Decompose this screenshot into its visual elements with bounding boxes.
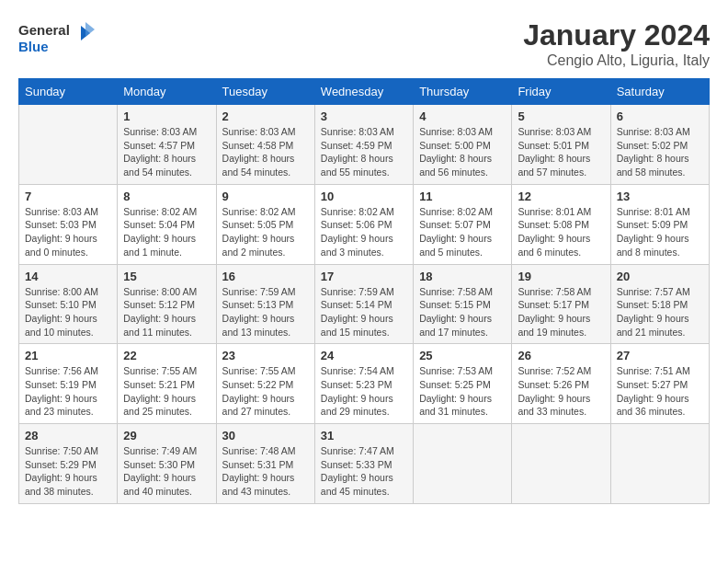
calendar-cell: 4Sunrise: 8:03 AMSunset: 5:00 PMDaylight… xyxy=(414,105,512,185)
day-number: 13 xyxy=(617,190,703,203)
day-number: 10 xyxy=(321,190,407,203)
calendar-cell: 17Sunrise: 7:59 AMSunset: 5:14 PMDayligh… xyxy=(314,264,413,344)
day-info: Sunrise: 7:58 AMSunset: 5:17 PMDaylight:… xyxy=(518,285,604,339)
day-number: 23 xyxy=(222,349,309,362)
day-number: 8 xyxy=(123,190,210,203)
calendar-cell: 31Sunrise: 7:47 AMSunset: 5:33 PMDayligh… xyxy=(314,424,413,504)
calendar-cell: 19Sunrise: 7:58 AMSunset: 5:17 PMDayligh… xyxy=(512,264,610,344)
day-info: Sunrise: 8:01 AMSunset: 5:08 PMDaylight:… xyxy=(518,205,604,259)
day-info: Sunrise: 8:03 AMSunset: 5:00 PMDaylight:… xyxy=(419,125,506,179)
day-number: 16 xyxy=(222,270,309,283)
calendar-cell: 6Sunrise: 8:03 AMSunset: 5:02 PMDaylight… xyxy=(610,105,709,185)
day-info: Sunrise: 8:03 AMSunset: 4:58 PMDaylight:… xyxy=(222,125,309,179)
day-number: 20 xyxy=(617,270,703,283)
calendar-cell: 12Sunrise: 8:01 AMSunset: 5:08 PMDayligh… xyxy=(512,184,610,264)
day-info: Sunrise: 8:03 AMSunset: 5:02 PMDaylight:… xyxy=(617,125,703,179)
day-info: Sunrise: 7:58 AMSunset: 5:15 PMDaylight:… xyxy=(419,285,506,339)
day-info: Sunrise: 8:00 AMSunset: 5:12 PMDaylight:… xyxy=(123,285,210,339)
svg-text:Blue: Blue xyxy=(18,39,49,54)
calendar-cell: 21Sunrise: 7:56 AMSunset: 5:19 PMDayligh… xyxy=(19,344,118,424)
calendar-week-4: 21Sunrise: 7:56 AMSunset: 5:19 PMDayligh… xyxy=(19,344,710,424)
day-info: Sunrise: 8:03 AMSunset: 5:03 PMDaylight:… xyxy=(25,205,111,259)
day-info: Sunrise: 8:02 AMSunset: 5:04 PMDaylight:… xyxy=(123,205,210,259)
calendar-cell xyxy=(19,105,118,185)
day-info: Sunrise: 8:03 AMSunset: 4:59 PMDaylight:… xyxy=(321,125,407,179)
day-info: Sunrise: 8:03 AMSunset: 4:57 PMDaylight:… xyxy=(123,125,210,179)
day-number: 9 xyxy=(222,190,309,203)
day-info: Sunrise: 7:50 AMSunset: 5:29 PMDaylight:… xyxy=(25,444,111,499)
day-info: Sunrise: 7:59 AMSunset: 5:14 PMDaylight:… xyxy=(321,285,407,339)
day-number: 22 xyxy=(123,349,210,362)
day-number: 12 xyxy=(518,190,604,203)
day-header-wednesday: Wednesday xyxy=(314,79,413,105)
day-info: Sunrise: 7:57 AMSunset: 5:18 PMDaylight:… xyxy=(617,285,703,339)
day-number: 11 xyxy=(419,190,506,203)
day-header-sunday: Sunday xyxy=(19,79,118,105)
day-header-tuesday: Tuesday xyxy=(216,79,314,105)
calendar-cell: 25Sunrise: 7:53 AMSunset: 5:25 PMDayligh… xyxy=(414,344,512,424)
day-info: Sunrise: 7:54 AMSunset: 5:23 PMDaylight:… xyxy=(321,364,407,419)
calendar-cell xyxy=(414,424,512,504)
day-info: Sunrise: 7:56 AMSunset: 5:19 PMDaylight:… xyxy=(25,364,111,419)
day-info: Sunrise: 8:02 AMSunset: 5:06 PMDaylight:… xyxy=(321,205,407,259)
calendar-cell: 9Sunrise: 8:02 AMSunset: 5:05 PMDaylight… xyxy=(216,184,314,264)
day-info: Sunrise: 8:00 AMSunset: 5:10 PMDaylight:… xyxy=(25,285,111,339)
calendar-cell: 26Sunrise: 7:52 AMSunset: 5:26 PMDayligh… xyxy=(512,344,610,424)
month-title: January 2024 xyxy=(523,18,710,52)
calendar-cell: 20Sunrise: 7:57 AMSunset: 5:18 PMDayligh… xyxy=(610,264,709,344)
calendar-cell: 7Sunrise: 8:03 AMSunset: 5:03 PMDaylight… xyxy=(19,184,118,264)
calendar-cell: 28Sunrise: 7:50 AMSunset: 5:29 PMDayligh… xyxy=(19,424,118,504)
day-number: 17 xyxy=(321,270,407,283)
calendar-cell: 2Sunrise: 8:03 AMSunset: 4:58 PMDaylight… xyxy=(216,105,314,185)
day-info: Sunrise: 7:48 AMSunset: 5:31 PMDaylight:… xyxy=(222,444,309,499)
calendar-cell: 29Sunrise: 7:49 AMSunset: 5:30 PMDayligh… xyxy=(118,424,216,504)
day-number: 27 xyxy=(617,349,703,362)
svg-text:General: General xyxy=(18,22,70,38)
calendar-cell xyxy=(610,424,709,504)
day-headers: SundayMondayTuesdayWednesdayThursdayFrid… xyxy=(19,79,710,105)
day-number: 2 xyxy=(222,109,309,123)
day-info: Sunrise: 8:01 AMSunset: 5:09 PMDaylight:… xyxy=(617,205,703,259)
logo-svg: General Blue xyxy=(18,18,101,60)
logo: General Blue xyxy=(18,18,101,60)
calendar-cell: 3Sunrise: 8:03 AMSunset: 4:59 PMDaylight… xyxy=(314,105,413,185)
day-info: Sunrise: 7:47 AMSunset: 5:33 PMDaylight:… xyxy=(321,444,407,499)
calendar-cell: 15Sunrise: 8:00 AMSunset: 5:12 PMDayligh… xyxy=(118,264,216,344)
day-number: 18 xyxy=(419,270,506,283)
day-number: 21 xyxy=(25,349,111,362)
day-number: 26 xyxy=(518,349,604,362)
day-number: 14 xyxy=(25,270,111,283)
day-header-thursday: Thursday xyxy=(414,79,512,105)
day-number: 6 xyxy=(617,109,703,123)
calendar-cell: 18Sunrise: 7:58 AMSunset: 5:15 PMDayligh… xyxy=(414,264,512,344)
day-info: Sunrise: 7:51 AMSunset: 5:27 PMDaylight:… xyxy=(617,364,703,419)
day-number: 4 xyxy=(419,109,506,123)
day-header-saturday: Saturday xyxy=(610,79,709,105)
day-number: 5 xyxy=(518,109,604,123)
calendar-cell: 1Sunrise: 8:03 AMSunset: 4:57 PMDaylight… xyxy=(118,105,216,185)
day-info: Sunrise: 7:59 AMSunset: 5:13 PMDaylight:… xyxy=(222,285,309,339)
day-info: Sunrise: 7:49 AMSunset: 5:30 PMDaylight:… xyxy=(123,444,210,499)
calendar-week-3: 14Sunrise: 8:00 AMSunset: 5:10 PMDayligh… xyxy=(19,264,710,344)
calendar-cell: 24Sunrise: 7:54 AMSunset: 5:23 PMDayligh… xyxy=(314,344,413,424)
calendar-cell: 8Sunrise: 8:02 AMSunset: 5:04 PMDaylight… xyxy=(118,184,216,264)
day-number: 24 xyxy=(321,349,407,362)
day-number: 1 xyxy=(123,109,210,123)
day-info: Sunrise: 7:53 AMSunset: 5:25 PMDaylight:… xyxy=(419,364,506,419)
svg-marker-3 xyxy=(85,22,95,37)
calendar-cell: 22Sunrise: 7:55 AMSunset: 5:21 PMDayligh… xyxy=(118,344,216,424)
day-header-monday: Monday xyxy=(118,79,216,105)
calendar-cell: 30Sunrise: 7:48 AMSunset: 5:31 PMDayligh… xyxy=(216,424,314,504)
day-number: 25 xyxy=(419,349,506,362)
calendar-cell: 10Sunrise: 8:02 AMSunset: 5:06 PMDayligh… xyxy=(314,184,413,264)
day-info: Sunrise: 8:03 AMSunset: 5:01 PMDaylight:… xyxy=(518,125,604,179)
day-info: Sunrise: 7:55 AMSunset: 5:22 PMDaylight:… xyxy=(222,364,309,419)
calendar-week-2: 7Sunrise: 8:03 AMSunset: 5:03 PMDaylight… xyxy=(19,184,710,264)
header: General Blue January 2024 Cengio Alto, L… xyxy=(18,18,710,69)
day-info: Sunrise: 7:55 AMSunset: 5:21 PMDaylight:… xyxy=(123,364,210,419)
calendar-table: SundayMondayTuesdayWednesdayThursdayFrid… xyxy=(18,78,710,504)
day-info: Sunrise: 7:52 AMSunset: 5:26 PMDaylight:… xyxy=(518,364,604,419)
day-number: 15 xyxy=(123,270,210,283)
day-number: 7 xyxy=(25,190,111,203)
calendar-week-5: 28Sunrise: 7:50 AMSunset: 5:29 PMDayligh… xyxy=(19,424,710,504)
